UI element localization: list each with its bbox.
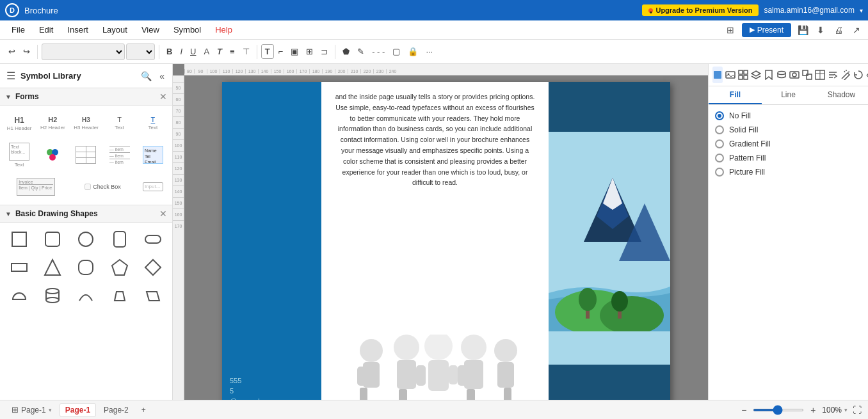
page-1-tab[interactable]: Page-1 — [60, 403, 96, 417]
border-button[interactable]: ▢ — [389, 45, 403, 58]
text-effect-button[interactable]: T — [214, 45, 225, 58]
zoom-out-button[interactable]: − — [737, 404, 750, 416]
tab-line[interactable]: Line — [762, 86, 815, 104]
form-text-block[interactable]: Text block... Text — [4, 140, 35, 170]
add-page-tab[interactable]: + — [136, 404, 151, 416]
form-cluster[interactable] — [37, 140, 68, 170]
rp-arrange-icon[interactable] — [802, 67, 812, 83]
arrange-button[interactable]: ⊞ — [303, 45, 316, 58]
bold-button[interactable]: B — [163, 45, 175, 58]
fill-option-none[interactable]: No Fill — [715, 111, 862, 120]
redo-button[interactable]: ↪ — [20, 45, 33, 58]
page-2-tab[interactable]: Page-2 — [99, 404, 134, 416]
undo-button[interactable]: ↩ — [5, 45, 19, 58]
shape-parallelogram[interactable] — [138, 283, 168, 308]
form-table[interactable] — [70, 140, 101, 170]
fill-option-picture[interactable]: Picture Fill — [715, 168, 862, 177]
fill-button[interactable]: ⬟ — [339, 45, 353, 58]
form-h2-header[interactable]: H2 H2 Header — [37, 109, 68, 138]
menu-file[interactable]: File — [5, 22, 31, 37]
menu-edit[interactable]: Edit — [33, 22, 60, 37]
fullscreen-icon[interactable]: ⊞ — [724, 24, 737, 36]
lock-button[interactable]: 🔒 — [405, 45, 421, 58]
align-button[interactable]: ≡ — [227, 45, 238, 58]
italic-button[interactable]: I — [177, 45, 186, 58]
line-style-button[interactable]: - - - — [369, 45, 388, 58]
form-contact[interactable]: NameTelEmail — [138, 140, 168, 170]
present-button[interactable]: ▶ Present — [742, 23, 791, 37]
collapse-icon[interactable]: « — [158, 70, 166, 83]
pen-button[interactable]: ✎ — [354, 45, 367, 58]
brochure-canvas[interactable]: 555 5 @example.com and the inside page u… — [222, 82, 670, 400]
save-icon[interactable]: 💾 — [796, 24, 809, 36]
search-icon[interactable]: 🔍 — [140, 70, 153, 83]
font-color-button[interactable]: A — [200, 45, 213, 58]
form-checkbox[interactable]: Check Box — [70, 173, 134, 201]
rp-table-icon[interactable] — [815, 67, 825, 83]
more-button[interactable]: ··· — [422, 45, 436, 58]
shape-arc[interactable] — [70, 283, 101, 308]
rp-bookmark-icon[interactable] — [764, 67, 774, 83]
font-size-select[interactable] — [126, 43, 155, 60]
underline-button[interactable]: U — [187, 45, 199, 58]
shape-cylinder[interactable] — [37, 283, 68, 308]
shape-circle[interactable] — [70, 226, 101, 252]
shape-rect-outline[interactable] — [4, 255, 35, 280]
fill-option-pattern[interactable]: Pattern Fill — [715, 154, 862, 162]
menu-view[interactable]: View — [135, 22, 166, 37]
menu-insert[interactable]: Insert — [61, 22, 95, 37]
menu-help[interactable]: Help — [209, 22, 239, 37]
rp-photo-icon[interactable] — [789, 67, 800, 83]
shape-semi-circle[interactable] — [4, 283, 35, 308]
rp-layers-icon[interactable] — [751, 67, 761, 83]
wrap-button[interactable]: ▣ — [287, 45, 301, 58]
rp-history-icon[interactable] — [853, 67, 864, 83]
canvas-area[interactable]: 80 90 100 110 120 130 140 150 160 170 18… — [173, 64, 708, 400]
menu-layout[interactable]: Layout — [96, 22, 134, 37]
share-icon[interactable]: ↗ — [850, 24, 863, 36]
form-input-field[interactable]: Input... — [138, 173, 168, 201]
shape-angle-button[interactable]: ⌐ — [275, 45, 287, 58]
menu-symbol[interactable]: Symbol — [167, 22, 207, 37]
user-chevron-icon[interactable]: ▾ — [860, 7, 863, 14]
form-invoice[interactable]: Invoice Item | Qty | Price — [4, 173, 68, 201]
basic-shapes-section-header[interactable]: ▼ Basic Drawing Shapes ✕ — [0, 205, 172, 223]
shape-diamond[interactable] — [138, 255, 168, 280]
rp-image-icon[interactable] — [725, 67, 735, 83]
zoom-slider[interactable] — [753, 409, 804, 411]
form-h3-header[interactable]: H3 H3 Header — [70, 109, 101, 138]
shape-pentagon[interactable] — [104, 255, 135, 280]
zoom-in-button[interactable]: + — [807, 404, 819, 416]
shape-rounded-square[interactable] — [37, 226, 68, 252]
shape-stadium[interactable] — [138, 226, 168, 252]
fill-option-solid[interactable]: Solid Fill — [715, 125, 862, 134]
zoom-chevron-icon[interactable]: ▾ — [844, 407, 848, 413]
print-icon[interactable]: 🖨 — [832, 24, 845, 36]
tab-fill[interactable]: Fill — [709, 86, 762, 104]
download-icon[interactable]: ⬇ — [814, 24, 827, 36]
form-list[interactable]: — item — item — item — [104, 140, 135, 170]
forms-close-icon[interactable]: ✕ — [159, 91, 167, 102]
rp-fill-icon[interactable] — [712, 67, 723, 83]
shape-trapezoid[interactable] — [104, 283, 135, 308]
page-thumbnail-tab[interactable]: ⊞ Page-1 ▾ — [6, 403, 57, 416]
shape-rounded-corner-rect[interactable] — [70, 255, 101, 280]
fullscreen-button[interactable]: ⛶ — [853, 405, 862, 415]
font-family-select[interactable] — [42, 43, 125, 60]
basic-shapes-close-icon[interactable]: ✕ — [159, 209, 167, 219]
form-text-plain[interactable]: T Text — [104, 109, 135, 138]
shape-square[interactable] — [4, 226, 35, 252]
rp-stack-icon[interactable] — [776, 67, 787, 83]
shape-rect-tall[interactable] — [104, 226, 135, 252]
form-text-link[interactable]: T Text — [138, 109, 168, 138]
fill-option-gradient[interactable]: Gradient Fill — [715, 139, 862, 148]
rp-text-wrap-icon[interactable] — [828, 67, 838, 83]
rp-grid-icon[interactable] — [738, 67, 748, 83]
tab-shadow[interactable]: Shadow — [815, 86, 868, 104]
form-h1-header[interactable]: H1 H1 Header — [4, 109, 35, 138]
text-align-button[interactable]: ⊤ — [239, 45, 253, 58]
upgrade-button[interactable]: • Upgrade to Premium Version — [642, 4, 759, 16]
forms-section-header[interactable]: ▼ Forms ✕ — [0, 88, 172, 106]
shape-triangle[interactable] — [37, 255, 68, 280]
rp-magic-icon[interactable] — [840, 67, 851, 83]
